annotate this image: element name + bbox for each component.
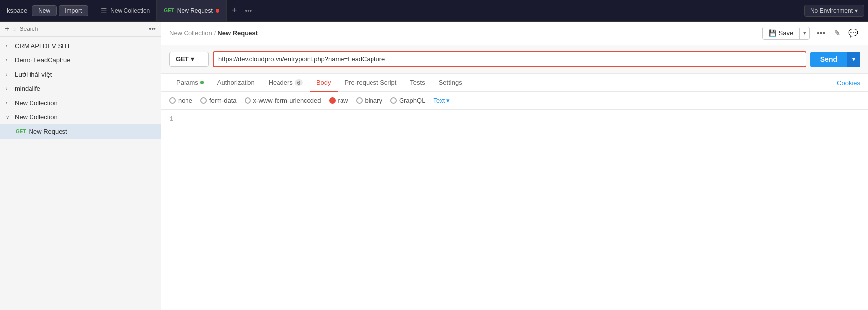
option-form-data[interactable]: form-data bbox=[200, 97, 237, 104]
tab-params-label: Params bbox=[176, 79, 198, 86]
request-tab-label: New Request bbox=[177, 7, 213, 14]
request-actions: 💾 Save ▾ ••• ✎ 💬 bbox=[762, 27, 860, 40]
sidebar-item-luoi[interactable]: › Lưới thái việt bbox=[0, 67, 161, 82]
tab-settings[interactable]: Settings bbox=[432, 74, 469, 92]
option-raw[interactable]: raw bbox=[329, 97, 348, 104]
request-more-button[interactable]: ••• bbox=[814, 27, 828, 40]
environment-selector[interactable]: No Environment ▾ bbox=[804, 5, 864, 17]
unsaved-indicator bbox=[216, 9, 219, 13]
sidebar-item-crm[interactable]: › CRM API DEV SITE bbox=[0, 39, 161, 53]
sidebar-item-label: New Collection bbox=[15, 113, 155, 121]
radio-none bbox=[169, 97, 176, 104]
option-graphql[interactable]: GraphQL bbox=[390, 97, 425, 104]
params-active-dot bbox=[200, 81, 204, 84]
new-button[interactable]: New bbox=[32, 5, 57, 16]
tab-body-label: Body bbox=[316, 79, 331, 86]
sidebar-filter-button[interactable]: ≡ bbox=[12, 25, 16, 33]
tab-authorization-label: Authorization bbox=[217, 79, 255, 86]
sidebar-item-demo[interactable]: › Demo LeadCaptrue bbox=[0, 53, 161, 67]
sidebar-item-label: Lưới thái việt bbox=[15, 71, 155, 78]
sidebar-toolbar: + ≡ ••• bbox=[0, 22, 161, 37]
text-format-label: Text bbox=[433, 97, 445, 104]
tab-params[interactable]: Params bbox=[169, 74, 211, 92]
url-input[interactable] bbox=[218, 52, 801, 66]
env-name: No Environment bbox=[810, 7, 853, 14]
tab-headers-label: Headers bbox=[269, 79, 293, 86]
save-label: Save bbox=[779, 29, 794, 37]
tabs-bar: ☰ New Collection GET New Request + ••• bbox=[94, 0, 802, 21]
cookies-link[interactable]: Cookies bbox=[837, 79, 860, 86]
tab-more-button[interactable]: ••• bbox=[242, 7, 255, 15]
method-badge: GET bbox=[16, 129, 26, 134]
radio-urlencoded bbox=[245, 97, 251, 104]
save-button[interactable]: 💾 Save bbox=[763, 27, 800, 39]
request-tab[interactable]: GET New Request bbox=[157, 0, 227, 21]
method-label: GET bbox=[176, 56, 189, 63]
save-button-group: 💾 Save ▾ bbox=[762, 27, 810, 40]
tab-authorization[interactable]: Authorization bbox=[211, 74, 262, 92]
breadcrumb-current: New Request bbox=[217, 29, 258, 37]
sidebar-item-mindalife[interactable]: › mindalife bbox=[0, 82, 161, 96]
main-layout: + ≡ ••• › CRM API DEV SITE › Demo LeadCa… bbox=[0, 22, 868, 310]
sidebar-item-label: Demo LeadCaptrue bbox=[15, 56, 155, 64]
chevron-right-icon: › bbox=[6, 86, 12, 91]
top-bar: kspace New Import ☰ New Collection GET N… bbox=[0, 0, 868, 22]
tab-headers[interactable]: Headers 6 bbox=[262, 74, 310, 92]
sidebar-dots-button[interactable]: ••• bbox=[149, 25, 156, 33]
edit-button[interactable]: ✎ bbox=[832, 27, 842, 40]
line-number-1: 1 bbox=[169, 115, 173, 123]
breadcrumb: New Collection / New Request bbox=[169, 29, 258, 37]
tab-tests-label: Tests bbox=[410, 79, 425, 86]
tab-body[interactable]: Body bbox=[310, 74, 338, 92]
send-button[interactable]: Send bbox=[810, 52, 847, 67]
sidebar-item-label: New Collection bbox=[15, 99, 155, 107]
new-tab-button[interactable]: + bbox=[227, 5, 242, 16]
breadcrumb-separator: / bbox=[214, 29, 216, 37]
request-header: New Collection / New Request 💾 Save ▾ ••… bbox=[161, 22, 868, 45]
sidebar-item-label: CRM API DEV SITE bbox=[15, 42, 155, 50]
content-area: New Collection / New Request 💾 Save ▾ ••… bbox=[161, 22, 868, 310]
method-selector[interactable]: GET ▾ bbox=[169, 52, 209, 67]
request-tab-method: GET bbox=[164, 8, 174, 13]
url-bar-row: GET ▾ Send ▾ bbox=[161, 45, 868, 74]
save-disk-icon: 💾 bbox=[769, 29, 776, 37]
sidebar-search-input[interactable] bbox=[20, 26, 146, 32]
sidebar-list: › CRM API DEV SITE › Demo LeadCaptrue › … bbox=[0, 37, 161, 310]
save-chevron-icon[interactable]: ▾ bbox=[799, 28, 809, 39]
chevron-down-icon: ∨ bbox=[6, 114, 12, 120]
text-format-dropdown[interactable]: Text ▾ bbox=[433, 97, 450, 104]
chevron-right-icon: › bbox=[6, 57, 12, 63]
radio-form-data bbox=[200, 97, 207, 104]
request-tabs-row: Params Authorization Headers 6 Body Pre-… bbox=[161, 74, 868, 92]
collection-tab[interactable]: ☰ New Collection bbox=[94, 0, 157, 21]
import-button[interactable]: Import bbox=[59, 5, 88, 16]
body-options: none form-data x-www-form-urlencoded raw… bbox=[161, 92, 868, 110]
env-chevron-icon: ▾ bbox=[855, 7, 858, 14]
tab-tests[interactable]: Tests bbox=[403, 74, 432, 92]
option-urlencoded[interactable]: x-www-form-urlencoded bbox=[245, 97, 321, 104]
code-editor[interactable]: 1 bbox=[161, 110, 868, 310]
send-chevron-button[interactable]: ▾ bbox=[847, 52, 860, 67]
comment-icon: 💬 bbox=[848, 29, 858, 37]
sidebar-item-label: mindalife bbox=[15, 85, 155, 92]
tab-prerequest[interactable]: Pre-request Script bbox=[338, 74, 403, 92]
text-format-chevron-icon: ▾ bbox=[446, 97, 450, 104]
sidebar-add-button[interactable]: + bbox=[5, 25, 9, 33]
sidebar-item-new-request[interactable]: GET New Request bbox=[0, 124, 161, 139]
sidebar-item-new-collection-1[interactable]: › New Collection bbox=[0, 96, 161, 110]
option-binary[interactable]: binary bbox=[356, 97, 382, 104]
collection-tab-label: New Collection bbox=[110, 7, 150, 14]
comment-button[interactable]: 💬 bbox=[846, 27, 860, 40]
radio-binary bbox=[356, 97, 363, 104]
option-binary-label: binary bbox=[365, 97, 382, 104]
option-none[interactable]: none bbox=[169, 97, 192, 104]
tab-settings-label: Settings bbox=[439, 79, 462, 86]
sidebar: + ≡ ••• › CRM API DEV SITE › Demo LeadCa… bbox=[0, 22, 161, 310]
app-name: kspace bbox=[4, 7, 30, 14]
option-urlencoded-label: x-www-form-urlencoded bbox=[253, 97, 321, 104]
headers-badge: 6 bbox=[295, 79, 303, 86]
breadcrumb-parent[interactable]: New Collection bbox=[169, 29, 212, 37]
sidebar-item-request-label: New Request bbox=[29, 128, 67, 135]
sidebar-item-new-collection-2[interactable]: ∨ New Collection bbox=[0, 110, 161, 124]
chevron-right-icon: › bbox=[6, 43, 12, 49]
